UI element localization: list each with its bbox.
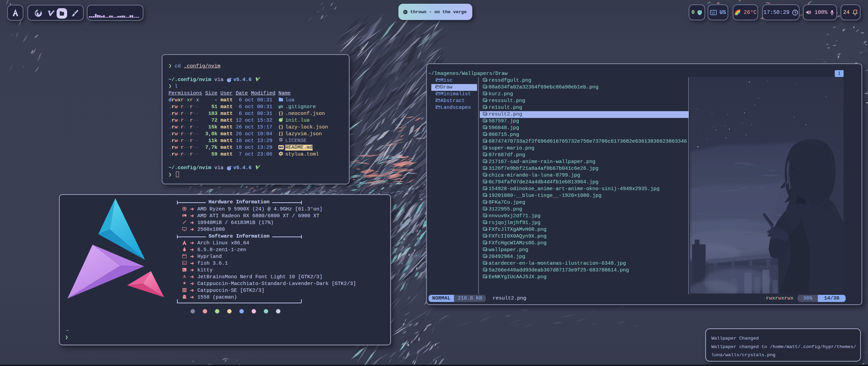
svg-text:{}: {} [278, 125, 283, 129]
svg-text:{}: {} [278, 131, 283, 136]
svg-text:git: git [278, 104, 283, 108]
svg-text:{}: {} [278, 111, 283, 116]
svg-text:A: A [183, 274, 186, 279]
